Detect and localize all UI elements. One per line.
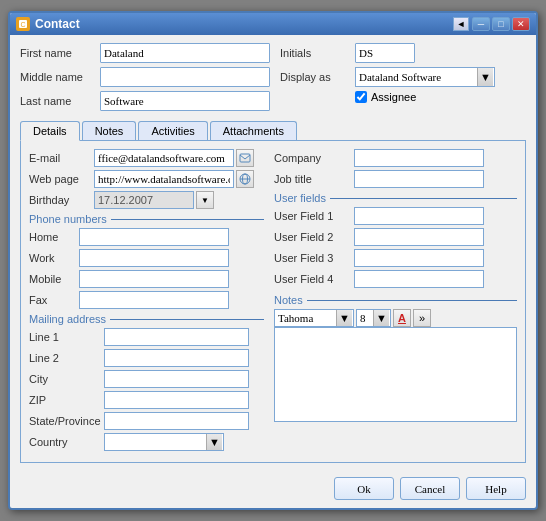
first-name-label: First name [20,47,100,59]
mobile-phone-row: Mobile [29,270,264,288]
tab-attachments[interactable]: Attachments [210,121,297,140]
font-color-icon: A [398,312,406,324]
ok-button[interactable]: Ok [334,477,394,500]
userfield3-label: User Field 3 [274,252,354,264]
user-fields: User Field 1 User Field 2 User Field 3 [274,207,517,288]
userfield1-row: User Field 1 [274,207,517,225]
font-size-wrapper: 8 ▼ [356,309,391,327]
home-phone-label: Home [29,231,79,243]
user-fields-header: User fields [274,192,517,204]
last-name-row: Last name [20,91,270,111]
work-phone-input[interactable] [79,249,229,267]
line1-row: Line 1 [29,328,264,346]
zip-label: ZIP [29,394,104,406]
work-phone-label: Work [29,252,79,264]
company-row: Company [274,149,517,167]
company-input[interactable] [354,149,484,167]
userfield3-input[interactable] [354,249,484,267]
line2-input[interactable] [104,349,249,367]
window-content: First name Middle name Last name Initial… [10,35,536,471]
tab-left-column: E-mail Web page [29,149,264,454]
first-name-input[interactable] [100,43,270,63]
email-input[interactable] [94,149,234,167]
bottom-bar: Ok Cancel Help [10,471,536,508]
country-select[interactable] [104,433,224,451]
webpage-input[interactable] [94,170,234,188]
svg-text:C: C [20,21,25,28]
state-input[interactable] [104,412,249,430]
font-size-select[interactable]: 8 [356,309,391,327]
country-wrapper: ▼ [104,433,224,451]
line2-label: Line 2 [29,352,104,364]
assignee-checkbox[interactable] [355,91,367,103]
country-row: Country ▼ [29,433,264,451]
last-name-input[interactable] [100,91,270,111]
userfield3-row: User Field 3 [274,249,517,267]
assignee-label: Assignee [371,91,416,103]
notes-toolbar: Tahoma ▼ 8 ▼ [274,309,517,327]
state-label: State/Province [29,415,104,427]
city-input[interactable] [104,370,249,388]
close-button[interactable]: ✕ [512,17,530,31]
mobile-phone-input[interactable] [79,270,229,288]
userfield4-label: User Field 4 [274,273,354,285]
notes-label: Notes [274,294,303,306]
middle-name-input[interactable] [100,67,270,87]
initials-row: Initials [280,43,526,63]
fax-input[interactable] [79,291,229,309]
phone-section-divider [111,219,264,220]
line1-input[interactable] [104,328,249,346]
tab-activities[interactable]: Activities [138,121,207,140]
notes-more-button[interactable]: » [413,309,431,327]
email-icon-button[interactable] [236,149,254,167]
last-name-label: Last name [20,95,100,107]
userfield2-row: User Field 2 [274,228,517,246]
user-fields-label: User fields [274,192,326,204]
top-left-fields: First name Middle name Last name [20,43,270,115]
birthday-label: Birthday [29,194,94,206]
font-name-select[interactable]: Tahoma [274,309,354,327]
jobtitle-row: Job title [274,170,517,188]
userfield4-input[interactable] [354,270,484,288]
font-name-wrapper: Tahoma ▼ [274,309,354,327]
display-as-label: Display as [280,71,355,83]
notes-divider [307,300,517,301]
city-row: City [29,370,264,388]
jobtitle-input[interactable] [354,170,484,188]
notes-textarea[interactable] [274,327,517,422]
calendar-icon-button[interactable]: ▼ [196,191,214,209]
tab-notes[interactable]: Notes [82,121,137,140]
mobile-phone-label: Mobile [29,273,79,285]
userfield1-input[interactable] [354,207,484,225]
notes-header: Notes [274,294,517,306]
font-color-button[interactable]: A [393,309,411,327]
fax-label: Fax [29,294,79,306]
line1-label: Line 1 [29,331,104,343]
display-as-select[interactable]: Dataland Software [355,67,495,87]
webpage-icon-button[interactable] [236,170,254,188]
mailing-section: Mailing address Line 1 Line 2 [29,313,264,451]
webpage-row: Web page [29,170,264,188]
tab-details[interactable]: Details [20,121,80,141]
email-row: E-mail [29,149,264,167]
tab-inner: E-mail Web page [29,149,517,454]
cancel-button[interactable]: Cancel [400,477,460,500]
userfield2-input[interactable] [354,228,484,246]
zip-input[interactable] [104,391,249,409]
userfield1-label: User Field 1 [274,210,354,222]
company-label: Company [274,152,354,164]
maximize-button[interactable]: □ [492,17,510,31]
birthday-date-wrapper: ▼ [94,191,214,209]
nav-back-button[interactable]: ◄ [453,17,469,31]
birthday-input[interactable] [94,191,194,209]
minimize-button[interactable]: ─ [472,17,490,31]
middle-name-label: Middle name [20,71,100,83]
home-phone-input[interactable] [79,228,229,246]
assignee-checkbox-row: Assignee [355,91,416,103]
phone-fields: Home Work Mobile [29,228,264,309]
initials-input[interactable] [355,43,415,63]
app-icon: C [16,17,30,31]
birthday-row: Birthday ▼ [29,191,264,209]
help-button[interactable]: Help [466,477,526,500]
first-name-row: First name [20,43,270,63]
